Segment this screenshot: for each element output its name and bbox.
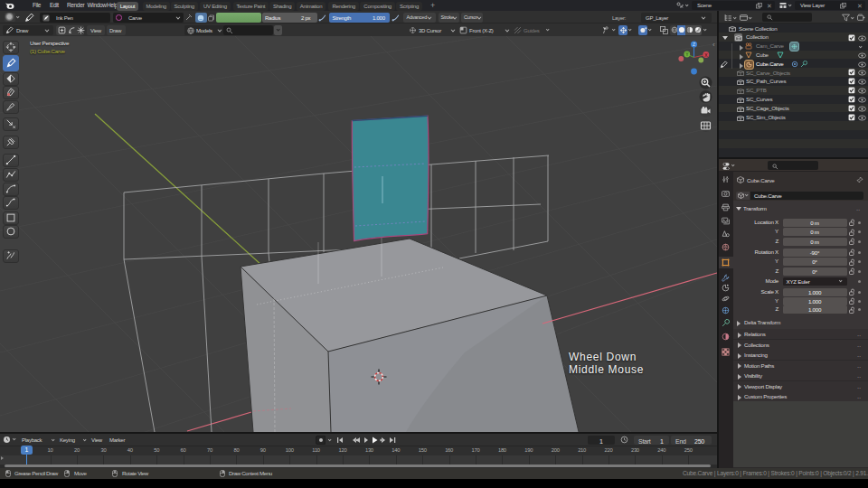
svg-text:Z: Z [693, 42, 695, 47]
